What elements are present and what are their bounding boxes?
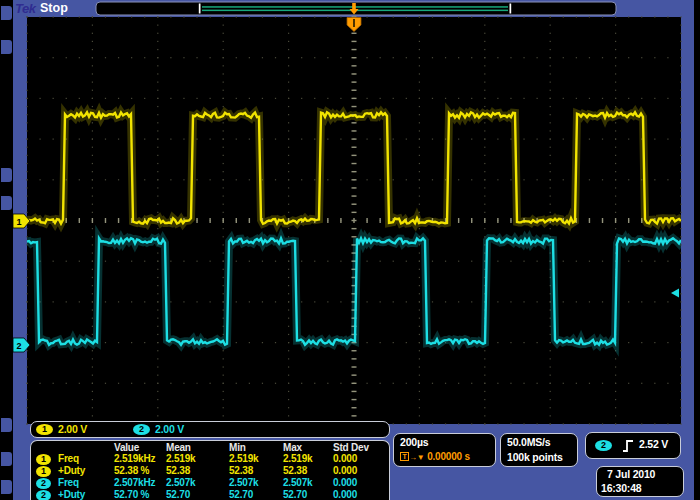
svg-text:2: 2 bbox=[16, 341, 21, 351]
meas-stddev: 0.000 bbox=[333, 489, 357, 500]
bezel-tab bbox=[1, 40, 12, 54]
col-header-stddev: Std Dev bbox=[333, 442, 369, 453]
meas-value: 52.70 % bbox=[114, 489, 149, 500]
trigger-time-readout: T→▼ 0.00000 s bbox=[400, 451, 470, 462]
meas-name: +Duty bbox=[58, 465, 85, 476]
trigger-t-icon: T bbox=[400, 452, 409, 461]
meas-stddev: 0.000 bbox=[333, 465, 357, 476]
ch2-scale: 2.00 V bbox=[155, 423, 184, 435]
rising-edge-icon bbox=[622, 439, 634, 453]
meas-stddev: 0.000 bbox=[333, 477, 357, 488]
meas-max: 52.70 bbox=[283, 489, 307, 500]
meas-mean: 52.70 bbox=[166, 489, 190, 500]
meas-value: 2.507kHz bbox=[114, 477, 155, 488]
bezel-tab bbox=[1, 480, 12, 494]
svg-text:1: 1 bbox=[16, 217, 21, 227]
meas-stddev: 0.000 bbox=[333, 453, 357, 464]
meas-value: 52.38 % bbox=[114, 465, 149, 476]
date-readout: 7 Jul 2010 bbox=[607, 468, 655, 480]
sample-rate: 50.0MS/s bbox=[507, 436, 550, 448]
meas-min: 2.507k bbox=[229, 477, 258, 488]
measurements-table[interactable]: Value Mean Min Max Std Dev 1 Freq 2.519k… bbox=[30, 440, 390, 500]
meas-min: 2.519k bbox=[229, 453, 258, 464]
channel-scale-box[interactable]: 1 2.00 V 2 2.00 V bbox=[30, 421, 390, 438]
trigger-level: 2.52 V bbox=[639, 438, 668, 450]
time-readout: 16:30:48 bbox=[601, 482, 641, 494]
trigger-readout-box[interactable]: 2 2.52 V bbox=[585, 432, 681, 459]
bezel-tab bbox=[1, 196, 12, 210]
meas-max: 2.507k bbox=[283, 477, 312, 488]
meas-name: Freq bbox=[58, 453, 79, 464]
bezel-tab bbox=[1, 6, 12, 20]
bezel-tab bbox=[1, 168, 12, 182]
meas-row-ch-badge: 1 bbox=[36, 454, 51, 465]
left-bezel bbox=[0, 0, 13, 500]
bezel-tab bbox=[1, 452, 12, 466]
col-header-mean: Mean bbox=[166, 442, 191, 453]
ch1-badge[interactable]: 1 bbox=[36, 424, 53, 435]
meas-row-ch-badge: 2 bbox=[36, 478, 51, 489]
col-header-max: Max bbox=[283, 442, 302, 453]
acquisition-readout-box[interactable]: 50.0MS/s 100k points bbox=[500, 433, 578, 467]
meas-row-ch-badge: 1 bbox=[36, 466, 51, 477]
right-bezel bbox=[694, 0, 700, 500]
meas-mean: 2.507k bbox=[166, 477, 195, 488]
meas-name: Freq bbox=[58, 477, 79, 488]
meas-max: 52.38 bbox=[283, 465, 307, 476]
col-header-min: Min bbox=[229, 442, 246, 453]
meas-min: 52.38 bbox=[229, 465, 253, 476]
horizontal-readout-box[interactable]: 200µs T→▼ 0.00000 s bbox=[393, 433, 496, 467]
col-header-value: Value bbox=[114, 442, 139, 453]
record-length: 100k points bbox=[507, 451, 563, 463]
meas-value: 2.519kHz bbox=[114, 453, 155, 464]
ch1-scale: 2.00 V bbox=[58, 423, 87, 435]
meas-name: +Duty bbox=[58, 489, 85, 500]
meas-row-ch-badge: 2 bbox=[36, 490, 51, 500]
meas-mean: 52.38 bbox=[166, 465, 190, 476]
meas-max: 2.519k bbox=[283, 453, 312, 464]
tek-logo: Tek bbox=[15, 1, 35, 16]
acquisition-status: Stop bbox=[40, 1, 68, 15]
meas-mean: 2.519k bbox=[166, 453, 195, 464]
ch2-badge[interactable]: 2 bbox=[133, 424, 150, 435]
timebase-value: 200µs bbox=[400, 436, 428, 448]
oscilloscope-screen: 12 Tek Stop 1 2.00 V 2 2.00 V Value Mean… bbox=[0, 0, 700, 500]
trigger-source-badge: 2 bbox=[595, 440, 612, 451]
trigger-arrow-icon: →▼ bbox=[409, 453, 425, 462]
meas-min: 52.70 bbox=[229, 489, 253, 500]
bezel-tab bbox=[1, 418, 12, 432]
datetime-box: 7 Jul 2010 16:30:48 bbox=[596, 466, 684, 497]
